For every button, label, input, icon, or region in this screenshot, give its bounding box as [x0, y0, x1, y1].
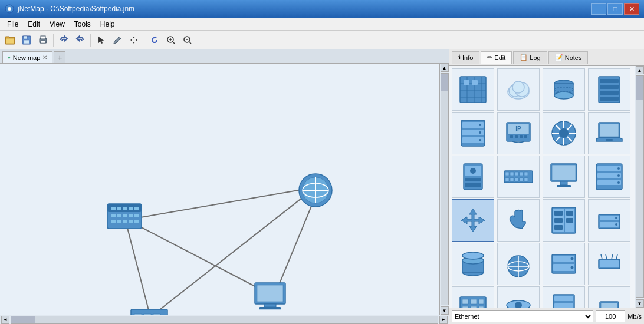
maximize-button[interactable]: □: [607, 3, 623, 15]
icon-building-network[interactable]: [452, 286, 494, 308]
icon-grid-vscrollbar[interactable]: ▲ ▼: [635, 66, 644, 308]
scroll-up-button[interactable]: ▲: [441, 64, 449, 72]
icon-move-cross[interactable]: [452, 199, 494, 242]
svg-point-136: [617, 167, 620, 170]
svg-line-17: [189, 42, 191, 44]
tab-close-button[interactable]: ✕: [42, 54, 47, 61]
add-tab-button[interactable]: +: [54, 51, 65, 63]
print-button[interactable]: [35, 32, 51, 48]
toolbar-sep-1: [53, 34, 54, 47]
map-tab[interactable]: ● New map ✕: [2, 51, 52, 63]
icon-small-router[interactable]: [588, 243, 630, 285]
icon-phone-ip[interactable]: IP: [497, 112, 540, 154]
svg-line-14: [173, 42, 175, 44]
tab-log[interactable]: 📋 Log: [513, 51, 547, 64]
icon-disk-stack[interactable]: [452, 243, 494, 285]
scroll-right-button[interactable]: ►: [439, 316, 448, 324]
icon-server-blue[interactable]: [588, 156, 630, 198]
zoom-out-button[interactable]: [180, 32, 195, 48]
open-button[interactable]: [2, 32, 18, 48]
svg-point-163: [571, 257, 574, 260]
svg-point-100: [559, 128, 569, 138]
svg-rect-120: [515, 172, 518, 176]
scroll-thumb[interactable]: [441, 74, 448, 91]
toolbar-sep-2: [90, 34, 91, 47]
save-button[interactable]: [19, 32, 34, 48]
refresh-button[interactable]: [147, 32, 162, 48]
svg-line-170: [616, 254, 617, 259]
svg-rect-18: [0, 64, 439, 315]
move-button[interactable]: [126, 32, 142, 48]
svg-rect-83: [600, 91, 619, 95]
svg-point-116: [470, 168, 476, 174]
svg-rect-191: [601, 303, 617, 308]
minimize-button[interactable]: ─: [591, 3, 606, 15]
tab-label: New map: [13, 54, 40, 61]
menu-view[interactable]: View: [45, 19, 70, 29]
icon-box-small[interactable]: [588, 199, 630, 242]
svg-rect-142: [554, 211, 563, 216]
icon-patch-panel[interactable]: [497, 156, 540, 198]
icon-cloud[interactable]: [497, 68, 540, 111]
icon-scroll-down[interactable]: ▼: [636, 299, 644, 308]
building-node[interactable]: [131, 309, 167, 315]
svg-rect-172: [462, 299, 468, 304]
icon-hand[interactable]: [497, 199, 540, 242]
pencil-button[interactable]: [110, 32, 125, 48]
icon-network-closet[interactable]: [543, 199, 585, 242]
horizontal-scrollbar[interactable]: ◄ ►: [0, 315, 449, 324]
switch-node[interactable]: [107, 204, 142, 229]
h-scroll-track[interactable]: [11, 316, 438, 324]
icon-scroll-track[interactable]: [636, 75, 644, 298]
connection-type-select[interactable]: EthernetWiFiFiberDSL: [452, 310, 593, 322]
icon-scroll-thumb[interactable]: [636, 76, 643, 100]
icon-hub[interactable]: [543, 112, 585, 154]
icon-router-round[interactable]: [497, 243, 540, 285]
menu-help[interactable]: Help: [96, 19, 120, 29]
tab-edit-label: Edit: [494, 54, 505, 61]
svg-point-90: [479, 131, 481, 134]
svg-rect-174: [479, 299, 484, 304]
svg-rect-6: [24, 36, 27, 39]
icon-monitor[interactable]: [543, 156, 585, 198]
icon-disk-ring[interactable]: [497, 286, 540, 308]
vertical-scrollbar[interactable]: ▲ ▼: [439, 64, 449, 315]
close-button[interactable]: ✕: [624, 3, 639, 15]
redo-button[interactable]: [73, 32, 88, 48]
svg-rect-143: [554, 218, 563, 223]
network-canvas[interactable]: [0, 64, 439, 315]
icon-laptop[interactable]: [588, 112, 630, 154]
tab-log-label: Log: [530, 54, 540, 61]
icon-box-server[interactable]: [543, 243, 585, 285]
tab-info-label: Info: [462, 54, 473, 61]
svg-rect-41: [111, 220, 116, 223]
h-scroll-thumb[interactable]: [11, 316, 35, 323]
svg-rect-127: [524, 178, 528, 181]
icon-circuit-board[interactable]: [452, 68, 494, 111]
scroll-down-button[interactable]: ▼: [441, 306, 449, 315]
icon-database[interactable]: [543, 68, 585, 111]
undo-button[interactable]: [56, 32, 71, 48]
tab-notes[interactable]: 📝 Notes: [548, 51, 589, 64]
connection-speed-input[interactable]: [596, 310, 625, 322]
menu-tools[interactable]: Tools: [70, 19, 96, 29]
scroll-left-button[interactable]: ◄: [1, 316, 9, 324]
icon-rack-unit[interactable]: [543, 286, 585, 308]
scroll-track[interactable]: [441, 73, 449, 305]
svg-rect-118: [505, 172, 509, 176]
pointer-button[interactable]: [93, 32, 109, 48]
router-node[interactable]: [299, 174, 332, 207]
icon-rack2[interactable]: [452, 112, 494, 154]
icon-server-rack[interactable]: [588, 68, 630, 111]
icon-workstation2[interactable]: [588, 286, 630, 308]
svg-rect-110: [600, 124, 619, 137]
menu-file[interactable]: File: [2, 19, 23, 29]
icon-server-tower[interactable]: [452, 156, 494, 198]
svg-rect-126: [520, 178, 523, 181]
tab-edit[interactable]: ✏ Edit: [481, 51, 512, 64]
menu-edit[interactable]: Edit: [23, 19, 45, 29]
icon-scroll-up[interactable]: ▲: [636, 66, 644, 74]
tab-info[interactable]: ℹ Info: [452, 51, 479, 64]
svg-rect-32: [117, 207, 121, 210]
zoom-in-button[interactable]: [163, 32, 179, 48]
